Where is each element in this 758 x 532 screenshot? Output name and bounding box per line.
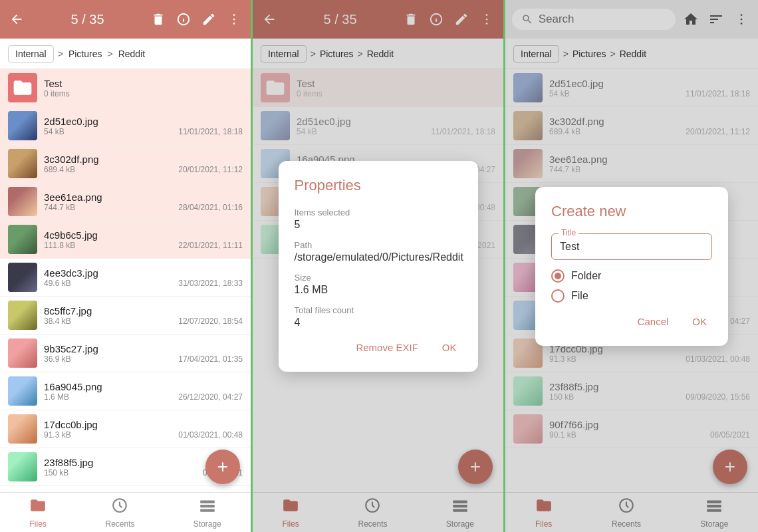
bottom-recents[interactable]: Recents	[94, 494, 145, 531]
delete-icon[interactable]	[148, 9, 168, 29]
breadcrumb-sep2: >	[106, 49, 114, 59]
bottombar-1: Files Recents Storage	[0, 492, 251, 532]
file-name: 9b35c27.jpg	[44, 343, 243, 354]
list-item[interactable]: 9b35c27.jpg 36.9 kB17/04/2021, 01:35	[0, 334, 251, 372]
file-thumb	[8, 225, 37, 254]
file-info: 4c9b6c5.jpg 111.8 kB22/01/2021, 11:11	[44, 229, 243, 250]
list-item[interactable]: 8c5ffc7.jpg 38.4 kB12/07/2020, 18:54	[0, 297, 251, 334]
file-meta: 36.9 kB17/04/2021, 01:35	[44, 354, 243, 364]
file-thumb	[8, 376, 37, 406]
file-meta: 689.4 kB20/01/2021, 11:12	[44, 165, 243, 174]
svg-point-4	[233, 19, 235, 21]
bottom-files[interactable]: Files	[19, 494, 57, 531]
file-info: 4ee3dc3.jpg 49.6 kB31/03/2021, 18:33	[44, 267, 243, 288]
file-meta: 91.3 kB01/03/2021, 00:48	[44, 430, 243, 440]
cancel-button[interactable]: Cancel	[632, 313, 674, 330]
file-meta: 744.7 kB28/04/2021, 01:16	[44, 203, 243, 212]
dialog-row-size: Size 1.6 MB	[295, 273, 462, 296]
file-info: 16a9045.png 1.6 MB26/12/2020, 04:27	[44, 381, 243, 402]
file-meta: 54 kB11/01/2021, 18:18	[44, 127, 243, 136]
title-input[interactable]	[560, 241, 703, 253]
svg-rect-8	[200, 504, 215, 507]
ok-button[interactable]: OK	[437, 339, 462, 356]
folder-radio-row[interactable]: Folder	[551, 269, 712, 283]
list-item[interactable]: 2d51ec0.jpg 54 kB11/01/2021, 18:18	[0, 107, 251, 145]
back-button[interactable]	[7, 9, 27, 29]
list-item[interactable]: 16a9045.png 1.6 MB26/12/2020, 04:27	[0, 372, 251, 410]
file-thumb	[8, 414, 37, 444]
file-name: 3ee61ea.png	[44, 192, 243, 203]
list-item[interactable]: 4c9b6c5.jpg 111.8 kB22/01/2021, 11:11	[0, 221, 251, 259]
file-name: 4c9b6c5.jpg	[44, 229, 243, 241]
create-dialog-title: Create new	[551, 203, 712, 220]
file-info: Test 0 items	[44, 78, 243, 98]
dialog-row-path: Path /storage/emulated/0/Pictures/Reddit	[295, 240, 462, 263]
file-thumb	[8, 263, 37, 292]
file-thumb	[8, 149, 37, 178]
fab-button[interactable]: +	[205, 450, 240, 484]
topbar-1: 5 / 35	[0, 0, 251, 39]
file-radio-row[interactable]: File	[551, 289, 712, 303]
bottom-files-label: Files	[29, 519, 46, 529]
breadcrumb-1: Internal > Pictures > Reddit	[0, 39, 251, 69]
file-name: 2d51ec0.jpg	[44, 116, 243, 127]
counter-label: 5 / 35	[32, 12, 143, 27]
bottom-recents-label: Recents	[105, 519, 134, 529]
panel-3: Internal > Pictures > Reddit 2d51ec0.jpg…	[505, 0, 758, 532]
breadcrumb-sep1: >	[57, 49, 64, 59]
svg-point-5	[233, 23, 235, 25]
bottom-storage-label: Storage	[193, 519, 221, 529]
list-item[interactable]: 3ee61ea.png 744.7 kB28/04/2021, 01:16	[0, 183, 251, 221]
file-radio[interactable]	[551, 289, 565, 303]
file-meta: 49.6 kB31/03/2021, 18:33	[44, 279, 243, 288]
file-meta: 0 items	[44, 89, 243, 98]
dialog-row-count: Total files count 4	[295, 305, 462, 329]
file-thumb	[8, 301, 37, 330]
file-meta: 1.6 MB26/12/2020, 04:27	[44, 392, 243, 402]
file-name: 4ee3dc3.jpg	[44, 267, 243, 279]
file-name: Test	[44, 78, 243, 89]
file-meta: 38.4 kB12/07/2020, 18:54	[44, 317, 243, 326]
title-field-label: Title	[559, 228, 578, 237]
more-icon[interactable]	[224, 9, 244, 29]
breadcrumb-internal[interactable]: Internal	[8, 45, 54, 63]
storage-icon	[199, 497, 216, 518]
ok-button-create[interactable]: OK	[687, 313, 712, 330]
svg-rect-7	[200, 500, 215, 503]
bottom-storage[interactable]: Storage	[183, 494, 232, 531]
list-item[interactable]: 17dcc0b.jpg 91.3 kB01/03/2021, 00:48	[0, 410, 251, 448]
file-name: 3c302df.png	[44, 154, 243, 165]
dialog-row-items: Items selected 5	[295, 207, 462, 231]
file-thumb	[8, 187, 37, 216]
file-name: 16a9045.png	[44, 381, 243, 392]
file-info: 2d51ec0.jpg 54 kB11/01/2021, 18:18	[44, 116, 243, 136]
file-info: 3c302df.png 689.4 kB20/01/2021, 11:12	[44, 154, 243, 174]
list-item[interactable]: Test 0 items	[0, 69, 251, 107]
file-list-1: Test 0 items 2d51ec0.jpg 54 kB11/01/2021…	[0, 69, 251, 492]
file-info: 8c5ffc7.jpg 38.4 kB12/07/2020, 18:54	[44, 305, 243, 326]
create-dialog-overlay: Create new Title Folder File Cancel OK	[505, 0, 758, 532]
rename-icon[interactable]	[199, 9, 219, 29]
dialog-title: Properties	[295, 177, 462, 194]
list-item[interactable]: 3c302df.png 689.4 kB20/01/2021, 11:12	[0, 145, 251, 183]
properties-dialog: Properties Items selected 5 Path /storag…	[279, 161, 478, 372]
breadcrumb-pictures[interactable]: Pictures	[67, 49, 104, 59]
remove-exif-button[interactable]: Remove EXIF	[350, 339, 423, 356]
breadcrumb-reddit[interactable]: Reddit	[117, 49, 146, 59]
file-info: 17dcc0b.jpg 91.3 kB01/03/2021, 00:48	[44, 419, 243, 440]
dialog-actions: Remove EXIF OK	[295, 339, 462, 356]
panel-2: 5 / 35 Internal > Pictures > Reddit Test	[253, 0, 505, 532]
create-dialog-actions: Cancel OK	[551, 313, 712, 330]
clock-icon	[111, 497, 128, 518]
folder-radio[interactable]	[551, 269, 565, 283]
file-info: 9b35c27.jpg 36.9 kB17/04/2021, 01:35	[44, 343, 243, 364]
folder-thumb	[8, 73, 37, 102]
folder-icon	[29, 497, 47, 518]
svg-rect-9	[200, 509, 215, 511]
list-item[interactable]: 4ee3dc3.jpg 49.6 kB31/03/2021, 18:33	[0, 259, 251, 297]
title-field-box: Title	[551, 233, 712, 260]
info-icon[interactable]	[174, 9, 193, 29]
file-meta: 111.8 kB22/01/2021, 11:11	[44, 241, 243, 250]
folder-radio-label: Folder	[571, 270, 601, 282]
file-thumb	[8, 338, 37, 368]
